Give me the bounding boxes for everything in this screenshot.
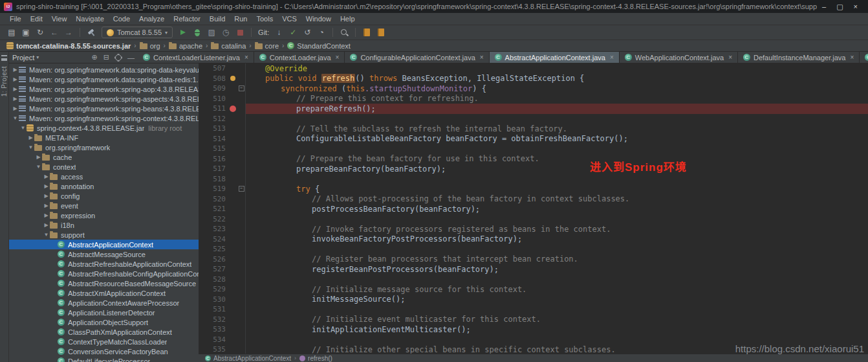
project-panel-title[interactable]: Project <box>12 54 34 62</box>
tree-item[interactable]: CAbstractApplicationContext <box>9 240 199 249</box>
menu-vcs[interactable]: VCS <box>277 15 301 23</box>
back-arrow-icon[interactable]: ← <box>48 27 61 38</box>
collapse-arrow-icon[interactable]: ▼ <box>43 232 50 238</box>
editor-tab[interactable]: CAbstractApplicationContext.java× <box>490 52 620 63</box>
tree-item[interactable]: ▼spring-context-4.3.8.RELEASE.jarlibrary… <box>9 123 199 133</box>
tab-close-icon[interactable]: × <box>850 54 854 61</box>
tree-item[interactable]: CAbstractMessageSource <box>9 249 199 259</box>
expand-arrow-icon[interactable]: ▶ <box>27 135 34 141</box>
breadcrumb-item[interactable]: org <box>138 42 162 50</box>
breadcrumb-item[interactable]: CStandardContext <box>286 42 352 50</box>
line-number[interactable]: 515 <box>199 144 228 153</box>
line-number[interactable]: 530 <box>199 295 228 304</box>
line-number[interactable]: 526 <box>199 255 228 264</box>
code-line-522[interactable]: 522 <box>199 214 868 225</box>
tree-item[interactable]: ▶cache <box>9 152 199 162</box>
code-area[interactable]: 进入到Spring环境 507@Override508public void r… <box>199 63 868 354</box>
line-number[interactable]: 514 <box>199 135 228 143</box>
chevron-down-icon[interactable]: ▾ <box>36 54 39 60</box>
code-line-524[interactable]: 524invokeBeanFactoryPostProcessors(beanF… <box>199 234 868 245</box>
close-button[interactable]: × <box>854 3 858 11</box>
code-line-517[interactable]: 517prepareBeanFactory(beanFactory); <box>199 164 868 174</box>
menu-help[interactable]: Help <box>336 15 360 23</box>
tree-item[interactable]: ▶expression <box>9 210 199 220</box>
tree-item[interactable]: ▶i18n <box>9 220 199 230</box>
code-line-518[interactable]: 518 <box>199 174 868 185</box>
tool-stripe-icon[interactable] <box>1 55 7 61</box>
editor-tab[interactable]: CWebApplicationContext.java× <box>620 52 738 63</box>
code-line-514[interactable]: 514ConfigurableListableBeanFactory beanF… <box>199 134 868 144</box>
line-number[interactable]: 509 <box>199 84 228 93</box>
tree-item[interactable]: ▼Maven: org.springframework:spring-conte… <box>9 113 199 123</box>
tree-item[interactable]: ▼support <box>9 230 199 240</box>
line-number[interactable]: 527 <box>199 265 228 273</box>
sync-icon[interactable]: ↻ <box>34 27 47 38</box>
line-number[interactable]: 528 <box>199 275 228 284</box>
code-line-515[interactable]: 515 <box>199 144 868 154</box>
menu-build[interactable]: Build <box>205 15 230 23</box>
git-update-icon[interactable]: ↓ <box>272 27 285 38</box>
code-line-533[interactable]: 533initApplicationEventMulticaster(); <box>199 324 868 335</box>
tree-item[interactable]: ▶annotation <box>9 181 199 191</box>
menu-run[interactable]: Run <box>230 15 252 23</box>
line-number[interactable]: 535 <box>199 345 228 354</box>
tab-close-icon[interactable]: × <box>728 54 732 61</box>
expand-arrow-icon[interactable]: ▶ <box>43 222 50 228</box>
menu-navigate[interactable]: Navigate <box>71 15 108 23</box>
line-number[interactable]: 531 <box>199 305 228 313</box>
expand-arrow-icon[interactable]: ▶ <box>43 203 50 209</box>
expand-arrow-icon[interactable]: ▶ <box>43 183 50 189</box>
code-line-516[interactable]: 516// Prepare the bean factory for use i… <box>199 154 868 164</box>
editor-tab[interactable]: CContextLoader.java× <box>254 52 345 63</box>
code-line-532[interactable]: 532// Initialize event multicaster for t… <box>199 315 868 325</box>
code-line-528[interactable]: 528 <box>199 275 868 285</box>
code-line-520[interactable]: 520// Allows post-processing of the bean… <box>199 194 868 205</box>
menu-file[interactable]: File <box>5 15 26 23</box>
code-line-507[interactable]: 507@Override <box>199 63 868 74</box>
git-commit-icon[interactable]: ✓ <box>287 27 299 38</box>
save-all-icon[interactable]: ▣ <box>19 27 32 38</box>
tab-close-icon[interactable]: × <box>480 54 484 61</box>
expand-arrow-icon[interactable]: ▶ <box>43 193 50 199</box>
expand-arrow-icon[interactable]: ▶ <box>12 86 19 92</box>
line-number[interactable]: 511 <box>199 104 228 113</box>
code-line-529[interactable]: 529// Initialize message source for this… <box>199 284 868 295</box>
open-project-icon[interactable]: ▤ <box>5 27 18 38</box>
line-number[interactable]: 523 <box>199 225 228 233</box>
run-config-selector[interactable]: Tomcat 8.5.55▾ <box>102 27 173 38</box>
minimize-button[interactable]: – <box>822 3 826 11</box>
run-icon[interactable] <box>177 27 190 38</box>
collapse-arrow-icon[interactable]: ▼ <box>12 115 19 121</box>
code-line-521[interactable]: 521postProcessBeanFactory(beanFactory); <box>199 204 868 214</box>
tree-item[interactable]: CAbstractXmlApplicationContext <box>9 288 199 298</box>
expand-arrow-icon[interactable]: ▶ <box>35 154 42 160</box>
tree-item[interactable]: CContextTypeMatchClassLoader <box>9 337 199 346</box>
maven-icon[interactable] <box>360 27 373 38</box>
maven-reload-icon[interactable] <box>374 27 387 38</box>
tree-item[interactable]: CAbstractResourceBasedMessageSource <box>9 278 199 288</box>
stop-icon[interactable] <box>233 27 246 38</box>
line-number[interactable]: 507 <box>199 64 228 73</box>
hide-panel-icon[interactable]: — <box>127 54 135 62</box>
code-line-523[interactable]: 523// Invoke factory processors register… <box>199 224 868 234</box>
tree-item[interactable]: ▶Maven: org.springframework:spring-aop:4… <box>9 84 199 94</box>
fold-icon[interactable]: − <box>239 186 244 192</box>
line-number[interactable]: 522 <box>199 215 228 223</box>
code-line-509[interactable]: 509−synchronized (this.startupShutdownMo… <box>199 84 868 94</box>
expand-arrow-icon[interactable]: ▶ <box>12 76 19 82</box>
forward-arrow-icon[interactable]: → <box>62 27 75 38</box>
breadcrumb-item[interactable]: tomcat-catalina-8.5.55-sources.jar <box>5 42 132 50</box>
line-number[interactable]: 518 <box>199 175 228 183</box>
breadcrumb-item[interactable]: apache <box>168 42 204 50</box>
line-number[interactable]: 525 <box>199 245 228 253</box>
collapse-arrow-icon[interactable]: ▼ <box>27 144 34 150</box>
editor-tab[interactable]: CConfigurableApplicationContext.java× <box>345 52 489 63</box>
line-number[interactable]: 513 <box>199 124 228 133</box>
code-line-526[interactable]: 526// Register bean processors that inte… <box>199 255 868 265</box>
git-rollback-icon[interactable]: ↺ <box>301 27 314 38</box>
collapse-all-icon[interactable]: ⊟ <box>103 53 109 62</box>
editor-tab[interactable]: CContextLoaderListener.java× <box>138 52 254 63</box>
tree-item[interactable]: ▶META-INF <box>9 133 199 142</box>
build-hammer-icon[interactable] <box>85 27 98 38</box>
expand-arrow-icon[interactable]: ▶ <box>12 106 19 111</box>
